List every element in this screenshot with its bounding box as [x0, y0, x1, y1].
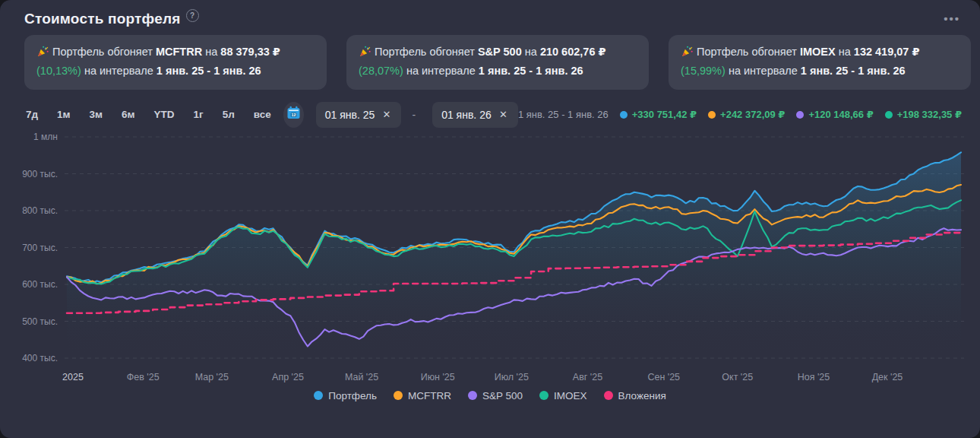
card-interval: 1 янв. 25 - 1 янв. 26	[479, 65, 583, 77]
benchmark-card-imoex: Портфель обгоняет IMOEX на 132 419,07 ₽ …	[669, 35, 971, 90]
card-interval: 1 янв. 25 - 1 янв. 26	[801, 65, 906, 77]
party-popper-icon	[36, 45, 49, 58]
card-text: Портфель обгоняет	[52, 46, 153, 58]
chart-area[interactable]: 1 млн900 тыс.800 тыс.700 тыс.600 тыс.500…	[0, 129, 980, 395]
help-icon[interactable]: ?	[186, 9, 199, 22]
card-text: на	[839, 46, 851, 58]
legend-item-mcftrr[interactable]: MCFTRR	[394, 390, 451, 402]
svg-text:800 тыс.: 800 тыс.	[22, 205, 58, 216]
summary-item-sp500: +120 148,66 ₽	[796, 109, 873, 120]
outperform-percent: (10,13%)	[36, 65, 81, 77]
legend-item-sp500[interactable]: S&P 500	[468, 390, 523, 402]
legend-item-portfolio[interactable]: Портфель	[314, 390, 377, 402]
svg-text:400 тыс.: 400 тыс.	[22, 353, 58, 363]
more-menu-icon[interactable]: •••	[944, 11, 960, 27]
svg-text:Сен '25: Сен '25	[647, 372, 680, 382]
vlozheniya-dot-icon	[604, 391, 613, 400]
mcftrr-dot-icon	[394, 391, 403, 400]
range-button-7d[interactable]: 7д	[24, 106, 40, 123]
date-to-input[interactable]: 01 янв. 26 ✕	[432, 102, 518, 128]
summary-item-mcftrr: +242 372,09 ₽	[708, 109, 785, 120]
svg-text:2025: 2025	[62, 372, 84, 382]
svg-text:Окт '25: Окт '25	[722, 372, 753, 382]
range-button-6m[interactable]: 6м	[120, 106, 137, 123]
legend-label: IMOEX	[554, 390, 587, 402]
legend-label: MCFTRR	[408, 390, 451, 402]
range-button-1y[interactable]: 1г	[192, 106, 205, 123]
portfolio-chart: 1 млн900 тыс.800 тыс.700 тыс.600 тыс.500…	[0, 129, 980, 392]
imoex-dot-icon	[539, 391, 548, 400]
svg-text:900 тыс.: 900 тыс.	[22, 168, 58, 179]
legend-item-vlozheniya[interactable]: Вложения	[604, 390, 666, 402]
clear-date-from-icon[interactable]: ✕	[381, 107, 393, 122]
summary-value: +242 372,09 ₽	[720, 109, 785, 120]
svg-text:700 тыс.: 700 тыс.	[22, 242, 58, 252]
range-button-3m[interactable]: 3м	[88, 106, 105, 123]
svg-text:Мар '25: Мар '25	[195, 372, 229, 382]
sp500-dot-icon	[796, 111, 804, 119]
legend-label: S&P 500	[482, 390, 523, 402]
svg-text:600 тыс.: 600 тыс.	[22, 279, 58, 290]
date-from-value: 01 янв. 25	[325, 109, 375, 121]
portfolio-value-widget: Стоимость портфеля ? ••• Портфель обгоня…	[0, 0, 980, 438]
summary-item-imoex: +198 332,35 ₽	[885, 109, 962, 120]
svg-text:Фев '25: Фев '25	[127, 372, 160, 382]
range-button-1m[interactable]: 1м	[55, 106, 72, 123]
summary-value: +330 751,42 ₽	[632, 109, 697, 120]
mcftrr-dot-icon	[708, 111, 716, 119]
svg-text:Май '25: Май '25	[345, 372, 378, 382]
card-text: на	[205, 46, 217, 58]
outperform-percent: (15,99%)	[681, 65, 726, 77]
sp500-dot-icon	[468, 391, 477, 400]
portfolio-dot-icon	[314, 391, 323, 400]
period-summary: 1 янв. 25 - 1 янв. 26 +330 751,42 ₽ +242…	[518, 109, 962, 120]
summary-value: +120 148,66 ₽	[808, 109, 873, 120]
outperform-amount: 132 419,07 ₽	[854, 46, 920, 58]
svg-text:Авг '25: Авг '25	[573, 372, 602, 382]
svg-text:Июн '25: Июн '25	[421, 372, 455, 382]
card-text: Портфель обгоняет	[375, 46, 475, 58]
clear-date-to-icon[interactable]: ✕	[498, 107, 509, 122]
page-title: Стоимость портфеля	[24, 11, 181, 27]
imoex-dot-icon	[885, 111, 893, 119]
party-popper-icon	[359, 45, 371, 58]
summary-value: +198 332,35 ₽	[897, 109, 962, 120]
widget-header: Стоимость портфеля ? •••	[0, 0, 980, 27]
card-interval: 1 янв. 25 - 1 янв. 26	[156, 65, 261, 77]
summary-period: 1 янв. 25 - 1 янв. 26	[518, 109, 609, 120]
svg-text:1 млн: 1 млн	[33, 132, 58, 142]
party-popper-icon	[681, 45, 694, 58]
portfolio-dot-icon	[620, 111, 628, 119]
card-text: Портфель обгоняет	[697, 46, 797, 58]
range-button-ytd[interactable]: YTD	[153, 106, 176, 123]
date-from-input[interactable]: 01 янв. 25 ✕	[316, 102, 402, 128]
date-range-separator: -	[412, 109, 416, 121]
svg-text:Дек '25: Дек '25	[872, 372, 903, 382]
card-text: на интервале	[406, 65, 476, 77]
range-buttons: 7д 1м 3м 6м YTD 1г 5л все	[24, 106, 273, 123]
svg-text:Июл '25: Июл '25	[495, 372, 529, 382]
benchmark-name: IMOEX	[800, 46, 836, 58]
outperform-percent: (28,07%)	[359, 65, 403, 77]
summary-item-portfolio: +330 751,42 ₽	[620, 109, 697, 120]
calendar-icon: 12	[286, 106, 301, 123]
benchmark-name: MCFTRR	[156, 46, 202, 58]
svg-text:Апр '25: Апр '25	[272, 372, 304, 382]
benchmark-cards: Портфель обгоняет MCFTRR на 88 379,33 ₽ …	[24, 35, 971, 90]
range-button-all[interactable]: все	[252, 106, 273, 123]
svg-text:500 тыс.: 500 тыс.	[22, 316, 58, 326]
legend-label: Портфель	[328, 390, 377, 402]
outperform-amount: 210 602,76 ₽	[540, 46, 606, 58]
svg-text:12: 12	[291, 113, 296, 117]
benchmark-card-sp500: Портфель обгоняет S&P 500 на 210 602,76 …	[346, 35, 649, 90]
calendar-button[interactable]: 12	[283, 102, 304, 128]
card-text: на интервале	[729, 65, 798, 77]
legend-item-imoex[interactable]: IMOEX	[539, 390, 587, 402]
svg-text:Ноя '25: Ноя '25	[798, 372, 830, 382]
range-button-5y[interactable]: 5л	[221, 106, 236, 123]
legend-label: Вложения	[618, 390, 666, 402]
benchmark-card-mcftrr: Портфель обгоняет MCFTRR на 88 379,33 ₽ …	[24, 35, 327, 90]
outperform-amount: 88 379,33 ₽	[220, 46, 280, 58]
benchmark-name: S&P 500	[478, 46, 522, 58]
chart-toolbar: 7д 1м 3м 6м YTD 1г 5л все 12 01 янв	[24, 102, 962, 128]
